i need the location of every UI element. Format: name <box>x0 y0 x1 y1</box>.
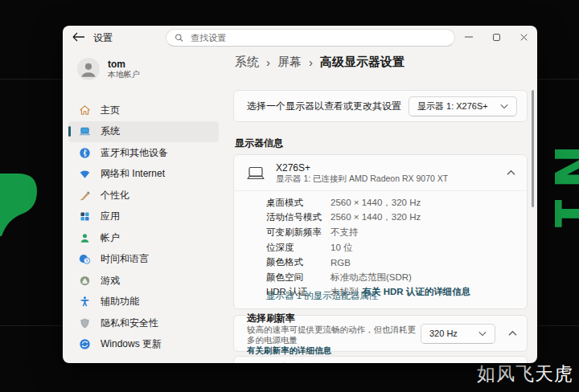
app-title: 设置 <box>93 31 113 45</box>
sidebar-item-label: 辅助功能 <box>101 295 139 308</box>
window-controls <box>455 26 537 48</box>
detail-row: 活动信号模式 2560 × 1440，320 Hz <box>266 210 515 226</box>
desktop-background: N1 如风飞天虎 设置 <box>0 0 579 392</box>
scrollbar[interactable] <box>532 90 534 207</box>
dynamic-refresh-rate-label: 动态刷新率 <box>270 362 318 363</box>
display-selector-card: 选择一个显示器以查看或更改其设置 显示器 1: X276S+ <box>233 90 528 122</box>
display-selector-value: 显示器 1: X276S+ <box>417 100 488 112</box>
maximize-icon <box>493 34 500 41</box>
windows-update-icon <box>79 338 91 350</box>
accounts-icon <box>79 232 91 244</box>
breadcrumb: 系统 › 屏幕 › 高级显示器设置 <box>235 55 404 70</box>
sidebar-item-label: 应用 <box>101 210 120 223</box>
sidebar-item-label: 时间和语言 <box>101 252 149 266</box>
chevron-up-icon[interactable] <box>508 330 517 337</box>
sidebar-item-time-language[interactable]: 时间和语言 <box>68 249 219 271</box>
shield-icon <box>79 317 91 329</box>
display-adapter-properties-link[interactable]: 显示器 1 的显示适配器属性 <box>266 290 378 302</box>
close-button[interactable] <box>510 26 537 48</box>
close-icon <box>520 34 528 41</box>
user-account-type: 本地帐户 <box>108 70 140 80</box>
refresh-rate-value: 320 Hz <box>429 329 458 338</box>
sidebar-item-label: 网络和 Internet <box>101 167 165 181</box>
sidebar-item-label: 蓝牙和其他设备 <box>101 146 168 160</box>
detail-row: 颜色空间 标准动态范围(SDR) <box>266 270 515 285</box>
sidebar-item-label: 隐私和安全性 <box>101 316 158 330</box>
sidebar-item-accounts[interactable]: 帐户 <box>68 227 219 249</box>
refresh-rate-info-link[interactable]: 有关刷新率的详细信息 <box>247 345 421 356</box>
breadcrumb-separator: › <box>309 55 313 69</box>
detail-row: 颜色格式 RGB <box>266 255 515 270</box>
sidebar-nav: 主页 系统 蓝牙和其他设备 <box>68 100 219 355</box>
time-language-icon <box>79 253 91 265</box>
chevron-down-icon <box>478 331 487 337</box>
monitor-icon <box>247 166 265 180</box>
home-icon <box>79 104 91 116</box>
refresh-rate-dropdown[interactable]: 320 Hz <box>421 324 495 344</box>
display-info-header[interactable]: X276S+ 显示器 1: 已连接到 AMD Radeon RX 9070 XT <box>234 155 527 191</box>
sidebar: tom 本地帐户 主页 系统 <box>63 48 227 363</box>
green-background-text: N1 <box>546 145 579 235</box>
gaming-icon <box>79 275 91 287</box>
refresh-rate-title: 选择刷新率 <box>247 312 421 325</box>
monitor-connection: 显示器 1: 已连接到 AMD Radeon RX 9070 XT <box>276 174 448 184</box>
sidebar-item-label: 系统 <box>101 125 120 138</box>
user-profile[interactable]: tom 本地帐户 <box>77 58 140 80</box>
maximize-button[interactable] <box>482 26 510 48</box>
sidebar-item-label: Windows 更新 <box>101 337 162 351</box>
display-info-card: X276S+ 显示器 1: 已连接到 AMD Radeon RX 9070 XT… <box>233 154 528 309</box>
user-name: tom <box>108 59 140 70</box>
green-shape <box>0 169 42 241</box>
display-selector-dropdown[interactable]: 显示器 1: X276S+ <box>409 96 517 116</box>
titlebar: 设置 <box>63 26 537 48</box>
dynamic-refresh-rate-card[interactable]: 动态刷新率 <box>233 356 528 363</box>
sidebar-item-personalization[interactable]: 个性化 <box>68 185 219 206</box>
avatar <box>77 58 100 80</box>
chevron-up-icon[interactable] <box>507 169 515 176</box>
breadcrumb-separator: › <box>266 55 270 69</box>
detail-row: 位深度 10 位 <box>266 240 515 255</box>
personalization-icon <box>79 190 91 202</box>
back-icon[interactable] <box>72 32 85 42</box>
refresh-rate-card: 选择刷新率 较高的速率可提供更流畅的动作，但也消耗更多的电源电量 有关刷新率的详… <box>233 315 528 352</box>
sidebar-item-system[interactable]: 系统 <box>68 121 219 143</box>
bluetooth-icon <box>79 147 91 159</box>
sidebar-item-label: 主页 <box>101 104 120 117</box>
system-icon <box>79 125 91 137</box>
display-detail-list: 桌面模式 2560 × 1440，320 Hz 活动信号模式 2560 × 14… <box>266 195 515 300</box>
apps-icon <box>79 210 91 223</box>
refresh-rate-subtitle: 较高的速率可提供更流畅的动作，但也消耗更多的电源电量 <box>247 325 421 345</box>
section-title-display-info: 显示器信息 <box>235 137 283 150</box>
breadcrumb-display[interactable]: 屏幕 <box>277 55 302 70</box>
main-pane: 系统 › 屏幕 › 高级显示器设置 选择一个显示器以查看或更改其设置 显示器 1… <box>227 48 537 363</box>
hdr-certification-link[interactable]: 有关 HDR 认证的详细信息 <box>363 286 471 298</box>
search-box[interactable] <box>166 29 455 47</box>
breadcrumb-system[interactable]: 系统 <box>235 55 259 70</box>
detail-row: 可变刷新频率 不支持 <box>266 225 515 240</box>
sidebar-item-network[interactable]: 网络和 Internet <box>68 164 219 186</box>
sidebar-item-apps[interactable]: 应用 <box>68 206 219 228</box>
monitor-name: X276S+ <box>276 162 448 174</box>
detail-row: 桌面模式 2560 × 1440，320 Hz <box>266 195 515 210</box>
watermark-text: 如风飞天虎 <box>477 361 573 386</box>
sidebar-item-bluetooth[interactable]: 蓝牙和其他设备 <box>68 142 219 164</box>
network-icon <box>79 168 91 180</box>
display-selector-label: 选择一个显示器以查看或更改其设置 <box>247 100 401 113</box>
settings-window: 设置 <box>63 26 537 363</box>
sidebar-item-accessibility[interactable]: 辅助功能 <box>68 292 219 313</box>
sidebar-item-gaming[interactable]: 游戏 <box>68 270 219 292</box>
sidebar-item-label: 个性化 <box>101 189 129 202</box>
sidebar-item-label: 游戏 <box>101 274 120 288</box>
chevron-down-icon <box>500 104 508 109</box>
search-icon <box>175 33 183 43</box>
minimize-button[interactable] <box>455 26 482 48</box>
minimize-icon <box>465 33 473 41</box>
page-title: 高级显示器设置 <box>320 55 404 70</box>
search-input[interactable] <box>189 32 446 43</box>
sidebar-item-privacy[interactable]: 隐私和安全性 <box>68 312 219 334</box>
sidebar-item-label: 帐户 <box>101 231 120 245</box>
sidebar-item-home[interactable]: 主页 <box>68 100 219 121</box>
accessibility-icon <box>79 296 91 308</box>
sidebar-item-windows-update[interactable]: Windows 更新 <box>68 334 219 356</box>
